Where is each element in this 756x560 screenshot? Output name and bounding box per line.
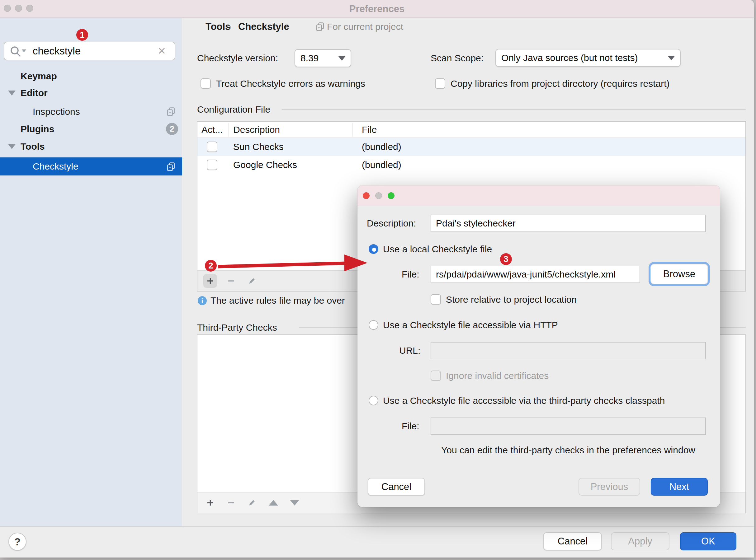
classpath-file-input[interactable] <box>431 418 706 435</box>
dialog-titlebar <box>357 185 720 206</box>
sidebar-item-label: Checkstyle <box>33 161 78 172</box>
third-party-section-title: Third-Party Checks <box>197 321 277 334</box>
annotation-step-2-badge: 2 <box>205 260 217 272</box>
preferences-apply-button[interactable]: Apply <box>611 532 670 551</box>
sidebar-item-keymap[interactable]: Keymap <box>0 67 182 85</box>
description-label: Description: <box>367 215 416 232</box>
column-header-active[interactable]: Act... <box>201 122 222 138</box>
use-classpath-file-label: Use a Checkstyle file accessible via the… <box>383 393 665 409</box>
copy-libraries-checkbox[interactable] <box>435 78 445 89</box>
file-label: File: <box>402 266 420 283</box>
row-description: Google Checks <box>233 156 297 174</box>
url-label: URL: <box>399 342 420 359</box>
breadcrumb-tools[interactable]: Tools <box>206 21 230 33</box>
minimize-dialog-icon[interactable] <box>375 192 382 199</box>
store-relative-label: Store relative to project location <box>446 290 577 309</box>
settings-search-input[interactable]: checkstyle ✕ <box>4 42 175 60</box>
edit-configuration-button[interactable] <box>245 274 259 288</box>
column-header-file[interactable]: File <box>362 122 377 138</box>
description-input[interactable]: Pdai's stylechecker <box>431 215 706 232</box>
treat-errors-as-warnings-checkbox[interactable] <box>200 78 211 89</box>
treat-errors-as-warnings-label: Treat Checkstyle errors as warnings <box>216 74 365 93</box>
help-button[interactable]: ? <box>8 533 26 551</box>
remove-configuration-button[interactable] <box>224 274 238 288</box>
use-local-file-label: Use a local Checkstyle file <box>383 241 492 257</box>
screen: Preferences checkstyle ✕ Keymap Editor I… <box>0 0 756 560</box>
classpath-file-label: File: <box>402 418 420 435</box>
info-icon: i <box>198 296 207 305</box>
section-divider <box>282 109 746 110</box>
column-divider[interactable] <box>352 123 352 137</box>
active-rules-info-text: The active rules file may be over <box>211 291 345 310</box>
url-input[interactable] <box>431 342 706 359</box>
use-http-file-label: Use a Checkstyle file accessible via HTT… <box>383 317 558 333</box>
dialog-next-button[interactable]: Next <box>651 478 708 496</box>
ignore-certificates-checkbox[interactable] <box>431 371 441 381</box>
chevron-expanded-icon[interactable] <box>8 91 16 96</box>
add-configuration-button[interactable] <box>203 274 217 288</box>
table-row-google-checks[interactable]: Google Checks (bundled) <box>197 156 745 174</box>
use-classpath-file-radio[interactable] <box>369 396 378 405</box>
arrow-down-icon <box>290 500 299 505</box>
third-party-note: You can edit the third-party checks in t… <box>431 442 706 459</box>
copy-libraries-label: Copy libraries from project directory (r… <box>450 74 670 93</box>
preferences-cancel-button[interactable]: Cancel <box>543 532 602 551</box>
sidebar-item-label: Inspections <box>33 106 80 117</box>
column-header-description[interactable]: Description <box>233 122 280 138</box>
scan-scope-label: Scan Scope: <box>431 49 484 67</box>
remove-third-party-button[interactable] <box>224 496 238 509</box>
checkstyle-version-select[interactable]: 8.39 <box>294 49 351 67</box>
chevron-expanded-icon[interactable] <box>8 144 16 149</box>
configuration-file-section-title: Configuration File <box>197 103 270 116</box>
dialog-cancel-button[interactable]: Cancel <box>368 478 425 496</box>
active-checkbox[interactable] <box>207 142 217 152</box>
sidebar-item-tools[interactable]: Tools <box>0 138 182 155</box>
add-third-party-button[interactable] <box>203 496 217 509</box>
move-down-button[interactable] <box>288 496 302 509</box>
store-relative-checkbox[interactable] <box>431 294 441 305</box>
scope-indicator: For current project <box>327 21 403 33</box>
sidebar-item-editor[interactable]: Editor <box>0 84 182 102</box>
clear-search-icon[interactable]: ✕ <box>158 42 166 60</box>
for-current-project-icon <box>315 22 325 32</box>
move-up-button[interactable] <box>267 496 280 509</box>
search-icon <box>9 46 27 57</box>
sidebar-item-label: Plugins <box>21 124 54 134</box>
copy-settings-icon <box>166 107 176 117</box>
use-local-file-radio[interactable] <box>369 244 378 254</box>
table-row-sun-checks[interactable]: Sun Checks (bundled) <box>197 138 745 156</box>
ignore-certificates-label: Ignore invalid certificates <box>446 366 549 385</box>
annotation-step-3-badge: 3 <box>500 253 512 265</box>
sidebar-item-label: Editor <box>21 88 47 98</box>
file-path-input[interactable]: rs/pdai/pdai/www/java-junit5/checkstyle.… <box>431 266 640 283</box>
sidebar-item-checkstyle[interactable]: Checkstyle <box>0 157 182 176</box>
plugins-count-badge: 2 <box>166 123 178 135</box>
window-titlebar: Preferences <box>0 0 754 18</box>
window-title: Preferences <box>0 0 754 18</box>
arrow-up-icon <box>269 500 278 505</box>
preferences-ok-button[interactable]: OK <box>680 532 736 551</box>
dialog-previous-button[interactable]: Previous <box>579 478 640 496</box>
use-http-file-radio[interactable] <box>369 320 378 330</box>
browse-button[interactable]: Browse <box>651 264 708 284</box>
sidebar-item-label: Keymap <box>21 71 57 81</box>
sidebar-item-plugins[interactable]: Plugins 2 <box>0 120 182 138</box>
zoom-dialog-icon[interactable] <box>388 192 394 199</box>
annotation-step-1-badge: 1 <box>76 29 88 41</box>
active-checkbox[interactable] <box>207 160 217 170</box>
copy-settings-icon <box>166 162 176 172</box>
sidebar-item-inspections[interactable]: Inspections <box>0 103 182 120</box>
configuration-file-dialog: Description: Pdai's stylechecker Use a l… <box>357 185 720 507</box>
checkstyle-version-label: Checkstyle version: <box>197 49 278 67</box>
breadcrumb-checkstyle: Checkstyle <box>238 21 289 33</box>
chevron-down-icon <box>338 56 346 61</box>
column-divider[interactable] <box>229 123 229 137</box>
chevron-down-icon <box>667 56 675 60</box>
row-file: (bundled) <box>362 138 401 156</box>
close-dialog-icon[interactable] <box>363 192 370 199</box>
edit-third-party-button[interactable] <box>245 496 259 509</box>
settings-sidebar: checkstyle ✕ Keymap Editor Inspections P… <box>0 18 182 526</box>
breadcrumb-separator: › <box>229 21 232 33</box>
scan-scope-select[interactable]: Only Java sources (but not tests) <box>496 49 681 67</box>
sidebar-item-label: Tools <box>21 141 45 152</box>
